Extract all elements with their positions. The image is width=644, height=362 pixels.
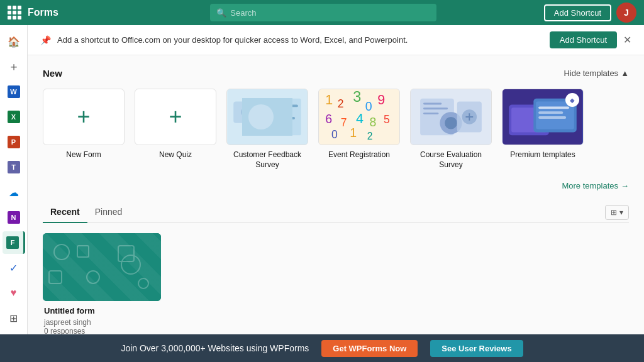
bottom-banner-text: Join Over 3,000,000+ Websites using WPFo… (121, 343, 309, 353)
notification-add-shortcut-button[interactable]: Add Shortcut (550, 31, 617, 48)
feedback-label: Customer Feedback Survey (226, 150, 308, 170)
hide-templates-button[interactable]: Hide templates ▲ (564, 69, 629, 78)
course-evaluation-card[interactable]: Course Evaluation Survey (410, 89, 492, 170)
course-label: Course Evaluation Survey (410, 150, 492, 170)
new-form-card[interactable]: + New Form (43, 89, 125, 160)
sidebar-item-home[interactable]: 🏠 (3, 30, 25, 53)
event-thumbnail: 1 2 3 0 9 6 7 4 8 5 0 1 2 (318, 89, 400, 145)
tab-pinned[interactable]: Pinned (87, 202, 130, 223)
notification-bar: 📌 Add a shortcut to Office.com on your d… (28, 25, 644, 55)
sidebar: 🏠 ＋ W X P T ☁ N F ✓ ♥ ⊞ (0, 25, 28, 334)
form-card-author: jaspreet singh (44, 318, 160, 327)
svg-text:6: 6 (325, 112, 332, 126)
feedback-thumbnail (226, 89, 308, 145)
sidebar-item-excel[interactable]: X (3, 106, 25, 128)
new-quiz-card[interactable]: + New Quiz (135, 89, 216, 160)
svg-rect-1 (233, 102, 264, 123)
reviews-button[interactable]: See User Reviews (430, 340, 523, 357)
form-card-bg (43, 233, 161, 301)
search-icon: 🔍 (216, 8, 226, 18)
tab-recent[interactable]: Recent (43, 202, 87, 223)
new-form-thumbnail: + (43, 89, 125, 145)
svg-rect-6 (274, 111, 292, 113)
svg-rect-42 (49, 271, 62, 283)
more-templates-button[interactable]: More templates → (562, 181, 629, 190)
svg-rect-5 (274, 104, 298, 107)
event-registration-card[interactable]: 1 2 3 0 9 6 7 4 8 5 0 1 2 (318, 89, 400, 160)
notification-text: Add a shortcut to Office.com on your des… (57, 35, 543, 45)
more-templates-row: More templates → (28, 176, 644, 195)
app-name: Forms (28, 7, 153, 18)
svg-text:3: 3 (353, 89, 361, 105)
svg-rect-7 (274, 117, 295, 119)
premium-templates-card[interactable]: ◆ Premium templates (502, 89, 584, 160)
svg-text:1: 1 (325, 92, 333, 107)
new-quiz-label: New Quiz (159, 150, 192, 160)
chevron-down-icon: ▾ (619, 208, 623, 217)
templates-section: New Hide templates ▲ + New Form + (28, 55, 644, 176)
sidebar-item-teams[interactable]: T (3, 156, 25, 178)
sidebar-item-create[interactable]: ＋ (3, 55, 25, 78)
premium-badge: ◆ (565, 93, 579, 107)
svg-point-47 (121, 255, 140, 274)
new-quiz-thumbnail: + (135, 89, 216, 145)
avatar[interactable]: J (616, 3, 636, 23)
diamond-icon: ◆ (570, 97, 575, 104)
svg-point-2 (242, 104, 256, 119)
plus-icon-quiz: + (169, 104, 182, 130)
svg-point-45 (138, 278, 148, 288)
pin-icon: 📌 (40, 35, 51, 45)
main-layout: 🏠 ＋ W X P T ☁ N F ✓ ♥ ⊞ (0, 25, 644, 334)
sidebar-item-apps[interactable]: ⊞ (3, 307, 25, 329)
arrow-right-icon: → (621, 181, 629, 190)
more-templates-label: More templates (562, 181, 618, 190)
sidebar-item-viva[interactable]: ♥ (3, 282, 25, 304)
sidebar-item-todo[interactable]: ✓ (3, 256, 25, 279)
svg-rect-28 (423, 112, 438, 114)
forms-grid: Untitled form jaspreet singh 0 responses (43, 233, 629, 334)
add-shortcut-button[interactable]: Add Shortcut (544, 4, 611, 21)
svg-text:0: 0 (365, 99, 372, 113)
content-area: 📌 Add a shortcut to Office.com on your d… (28, 25, 644, 334)
notification-close-button[interactable]: ✕ (623, 34, 631, 46)
search-input[interactable] (230, 8, 430, 18)
form-card[interactable]: Untitled form jaspreet singh 0 responses (43, 233, 161, 334)
recent-section: Recent Pinned ⊞ ▾ (28, 195, 644, 334)
svg-text:2: 2 (367, 131, 373, 141)
sidebar-item-powerpoint[interactable]: P (3, 131, 25, 153)
sidebar-item-forms[interactable]: F (3, 231, 25, 254)
sidebar-item-word[interactable]: W (3, 80, 25, 103)
sidebar-item-onedrive[interactable]: ☁ (3, 181, 25, 204)
svg-text:8: 8 (370, 115, 377, 129)
templates-section-title: New (43, 68, 62, 79)
feedback-survey-card[interactable]: Customer Feedback Survey (226, 89, 308, 170)
top-bar: Forms 🔍 Add Shortcut J (0, 0, 644, 25)
svg-text:0: 0 (331, 128, 338, 141)
app-title: Forms (28, 7, 58, 18)
svg-rect-26 (423, 103, 441, 105)
search-bar: 🔍 (210, 4, 436, 21)
svg-rect-38 (538, 106, 569, 109)
svg-rect-44 (118, 246, 134, 261)
premium-thumbnail: ◆ (502, 89, 584, 145)
svg-text:7: 7 (341, 116, 347, 129)
bottom-banner: Join Over 3,000,000+ Websites using WPFo… (0, 334, 644, 362)
course-thumbnail (410, 89, 492, 145)
svg-rect-4 (270, 99, 301, 136)
wpforms-button[interactable]: Get WPForms Now (321, 340, 418, 357)
top-bar-right: Add Shortcut J (544, 3, 636, 23)
waffle-icon[interactable] (8, 6, 21, 19)
event-label: Event Registration (328, 150, 390, 160)
grid-icon: ⊞ (611, 208, 617, 217)
svg-text:2: 2 (338, 97, 344, 110)
svg-rect-46 (77, 246, 89, 257)
svg-point-43 (87, 271, 99, 283)
svg-text:5: 5 (384, 113, 390, 126)
sidebar-item-onenote[interactable]: N (3, 206, 25, 229)
form-card-thumbnail (43, 233, 161, 301)
view-toggle-button[interactable]: ⊞ ▾ (605, 205, 629, 220)
svg-text:1: 1 (350, 126, 357, 140)
hide-templates-label: Hide templates (564, 69, 618, 78)
chevron-up-icon: ▲ (621, 69, 629, 78)
new-form-label: New Form (66, 150, 101, 160)
